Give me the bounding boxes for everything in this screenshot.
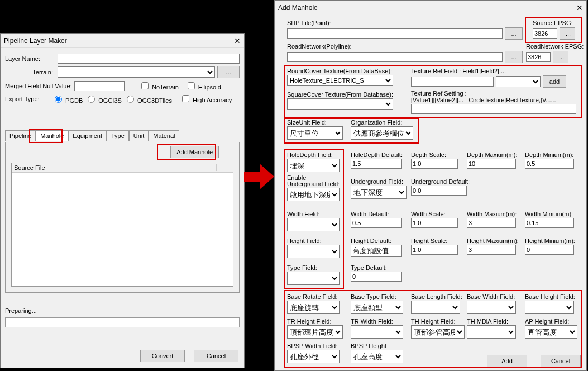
export-ogc3dtiles-radio[interactable]: OGC3DTiles [124,94,172,104]
export-pgdb-radio[interactable]: PGDB [52,94,83,104]
terrain-browse-button[interactable]: ... [217,66,240,78]
cancel-button-right[interactable]: Cancel [541,355,581,367]
round-cover-select[interactable]: HoleTexture_ELECTRIC_S [287,75,393,86]
ug-def-input[interactable] [411,185,467,196]
road-epsg-input[interactable] [526,52,551,62]
square-cover-select[interactable] [287,98,393,110]
ug-field-select[interactable]: 地下深度 [351,185,407,199]
height-def-input[interactable] [351,245,402,257]
width-max-input[interactable] [467,218,516,228]
tr-width-select[interactable] [351,325,403,339]
square-cover-label: SquareCover Texture(From Database): [287,91,393,98]
road-epsg-browse-button[interactable]: ... [553,51,568,63]
high-accuracy-checkbox[interactable]: High Accuracy [180,93,232,104]
hole-depth-field-select[interactable]: 埋深 [287,159,340,172]
add-manhole-dialog: Add Manhole ✕ SHP File(Point): ... Sourc… [274,0,587,371]
tab-equipment[interactable]: Equipment [68,130,107,141]
type-field-select[interactable] [287,272,340,285]
width-def-input[interactable] [351,218,402,228]
roadnet-browse-button[interactable]: ... [505,51,523,63]
type-field-label: Type Field: [287,264,340,271]
th-mdia-select[interactable] [467,325,516,339]
tex-ref-field-input[interactable] [411,77,494,87]
tab-pipeline[interactable]: Pipeline [5,130,36,141]
close-icon[interactable]: ✕ [234,34,241,47]
type-def-input[interactable] [351,272,402,282]
base-width-select[interactable] [467,301,516,314]
width-field-label: Width Field: [287,211,340,217]
height-min-input[interactable] [525,245,574,255]
height-max-label: Height Maxium(m): [467,237,519,244]
base-height-select[interactable] [525,301,574,314]
src-epsg-input[interactable] [533,28,557,39]
svg-marker-0 [244,164,274,189]
no-terrain-checkbox[interactable]: NoTerrain [139,80,179,91]
shp-browse-button[interactable]: ... [505,27,523,40]
layer-name-input[interactable] [58,54,240,64]
height-def-label: Height Default: [351,237,402,244]
base-rotate-select[interactable]: 底座旋轉 [287,301,340,314]
size-unit-select[interactable]: 尺寸單位 [287,126,343,140]
tabs: Pipeline Manhole Equipment Type Unit Mat… [5,130,179,141]
enable-ug-label: Enable Underground Field: [287,175,340,187]
width-min-input[interactable] [525,218,574,228]
src-epsg-browse-button[interactable]: ... [560,27,575,40]
base-type-label: Base Type Field: [351,293,403,300]
height-field-label: Height Field: [287,237,340,244]
width-max-label: Width Maxium(m): [467,211,517,217]
height-max-input[interactable] [467,245,516,255]
depth-max-label: Depth Maxium(m): [467,151,517,158]
tab-unit[interactable]: Unit [129,130,149,141]
road-epsg-label: RoadNetwork EPSG: [526,43,582,50]
tr-height-label: TR Height Field: [287,318,343,325]
depth-min-label: Depth Minium(m): [525,151,574,158]
hole-depth-def-input[interactable] [351,159,402,169]
tr-width-label: TR Width Field: [351,318,403,325]
export-type-label: Export Type: [5,96,50,102]
depth-min-input[interactable] [525,159,574,169]
src-epsg-label: Source EPSG: [533,20,582,26]
enable-ug-select[interactable]: 啟用地下深度 [287,188,340,201]
width-scale-input[interactable] [411,218,458,228]
th-height-select[interactable]: 頂部斜管高度 [411,325,465,339]
org-field-select[interactable]: 供應商參考欄位 [351,126,413,140]
th-mdia-label: TH MDiA Field: [467,318,516,325]
width-field-select[interactable] [287,218,340,231]
base-height-label: Base Height Field: [525,293,575,300]
hole-depth-field-label: HoleDepth Field: [287,151,340,158]
tr-height-select[interactable]: 頂部環片高度 [287,325,343,339]
titlebar-left: Pipeline Layer Maker ✕ [1,34,244,48]
tab-type[interactable]: Type [107,130,129,141]
tab-material[interactable]: Material [149,130,179,141]
terrain-select[interactable] [58,66,215,78]
tab-panel: Add Manhole Source File [5,142,240,293]
convert-button[interactable]: Convert [140,350,185,362]
base-width-label: Base Width Field: [467,293,516,300]
add-manhole-button[interactable]: Add Manhole [170,146,219,158]
close-icon[interactable]: ✕ [576,1,583,15]
add-tex-button[interactable]: add [543,75,566,88]
source-file-list[interactable]: Source File [11,163,233,287]
add-button[interactable]: Add [487,355,527,367]
bpsp-width-select[interactable]: 孔座外徑 [287,350,340,363]
depth-scale-input[interactable] [411,159,458,169]
base-len-select[interactable] [411,301,460,314]
ap-height-label: AP Height Field: [525,318,577,325]
export-ogci3s-radio[interactable]: OGCI3S [85,94,122,104]
shp-input[interactable] [287,28,503,39]
height-field-select[interactable] [287,245,340,258]
tex-ref-select[interactable] [496,76,541,87]
roadnet-input[interactable] [287,52,503,62]
ellipsoid-checkbox[interactable]: Ellipsoid [185,80,221,91]
depth-max-input[interactable] [467,159,516,169]
merged-null-input[interactable] [74,81,125,91]
tex-ref-setting-input[interactable] [411,104,576,114]
bpsp-height-select[interactable]: 孔座高度 [351,350,403,363]
ap-height-select[interactable]: 直管高度 [525,325,577,339]
tab-manhole[interactable]: Manhole [36,130,68,141]
base-type-select[interactable]: 底座類型 [351,301,403,314]
pipeline-layer-maker-dialog: Pipeline Layer Maker ✕ Layer Name: Terra… [0,33,245,368]
merged-null-label: Merged Field Null Value: [5,83,72,89]
cancel-button[interactable]: Cancel [194,350,238,362]
height-scale-input[interactable] [411,245,458,255]
